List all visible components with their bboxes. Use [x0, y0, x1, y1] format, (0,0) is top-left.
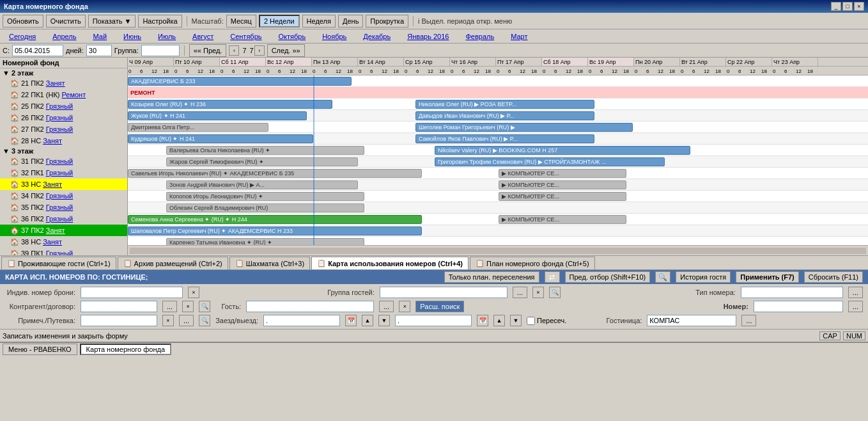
maximize-btn[interactable]: □ — [842, 2, 853, 11]
scale-scroll-btn[interactable]: Прокрутка — [366, 15, 408, 28]
transfer-icon-btn[interactable]: ⇄ — [545, 271, 560, 283]
group-clear-btn[interactable]: × — [532, 287, 544, 298]
guest-dots-btn[interactable]: ... — [379, 301, 394, 312]
month-may[interactable]: Май — [87, 32, 114, 41]
departure-dn-btn[interactable]: ▼ — [510, 315, 522, 326]
taskbar-card-btn[interactable]: Карта номерного фонда — [80, 344, 171, 355]
departure-cal-btn[interactable]: 📅 — [477, 315, 488, 326]
month-dec[interactable]: Декабрь — [357, 32, 397, 41]
room-34[interactable]: 🏠 34 ПК2 Грязный — [0, 190, 127, 202]
month-jan16[interactable]: Январь 2016 — [401, 32, 455, 41]
num-input[interactable] — [754, 301, 843, 312]
gantt-bar[interactable]: Валерьева Ольга Николаевна (RU) ✦ — [166, 146, 364, 155]
month-mar[interactable]: Март — [504, 32, 534, 41]
room-31[interactable]: 🏠 31 ПК2 Грязный — [0, 155, 127, 167]
guest-clear-btn[interactable]: × — [399, 301, 410, 312]
minimize-btn[interactable]: _ — [831, 2, 841, 11]
show-btn[interactable]: Показать ▼ — [88, 15, 136, 28]
room-28[interactable]: 🏠 28 НС Занят — [0, 135, 127, 147]
room-21-status[interactable]: Занят — [46, 79, 65, 87]
gantt-bar[interactable]: Самойлов Яков Павлович (RU) ▶ Р... — [415, 134, 594, 143]
room-21[interactable]: 🏠 21 ПК2 Занят — [0, 77, 127, 89]
room-25[interactable]: 🏠 25 ПК2 Грязный — [0, 100, 127, 112]
num-dots-btn[interactable]: ... — [848, 301, 863, 312]
gantt-bar[interactable]: Кononов Игорь Леонидович (RU) ✦ — [166, 192, 364, 201]
month-jun[interactable]: Июнь — [117, 32, 148, 41]
room-32[interactable]: 🏠 32 ПК1 Грязный — [0, 167, 127, 179]
gantt-bar[interactable]: Шаповалов Петр Сергеевич (RU) ✦ АКАДЕМСЕ… — [128, 226, 422, 235]
gantt-bar[interactable]: Облезин Сергей Владимирович (RU) — [166, 203, 364, 212]
month-jul[interactable]: Июль — [151, 32, 182, 41]
h-scrollbar[interactable] — [128, 245, 868, 255]
gantt-rows-container[interactable]: АКАДЕМСЕРВИС Б 233РЕМОНТКозырев Олег (RU… — [128, 75, 868, 245]
gantt-bar[interactable]: Nikolaev Valery (RU) ▶ BOOKING.COM H 257 — [435, 146, 690, 155]
prim-input[interactable] — [81, 315, 157, 326]
ind-input[interactable] — [81, 287, 183, 298]
date-from-input[interactable] — [12, 45, 63, 56]
tab-archive[interactable]: 📋 Архив размещений (Ctrl+2) — [118, 257, 228, 269]
gantt-bar[interactable]: ▶ КОМПЬЮТЕР СЕ... — [499, 180, 626, 189]
guest-input[interactable] — [246, 301, 374, 312]
kontragent-search-btn[interactable]: 🔍 — [199, 301, 210, 312]
room-38[interactable]: 🏠 38 НС Занят — [0, 236, 127, 248]
arrival-cal-btn[interactable]: 📅 — [345, 315, 357, 326]
month-nov[interactable]: Ноябрь — [316, 32, 353, 41]
room-35[interactable]: 🏠 35 ПК2 Грязный — [0, 202, 127, 213]
nav-next-btn[interactable]: След. »» — [267, 44, 305, 57]
room-31-status[interactable]: Грязный — [46, 157, 73, 165]
gantt-bar[interactable]: Кудряшов (RU) ✦ H 241 — [128, 134, 313, 143]
nav-page-next-btn[interactable]: › — [254, 45, 265, 56]
gantt-bar[interactable]: Давыдов Иван Иванович (RU) ▶ Р... — [415, 111, 594, 120]
prev-filter-btn[interactable]: Пред. отбор (Shift+F10) — [565, 271, 651, 283]
floor-2-header[interactable]: ▼ 2 этаж — [0, 68, 127, 77]
prim-search-btn[interactable]: 🔍 — [199, 315, 210, 326]
gantt-bar[interactable]: Зонов Андрей Иванович (RU) ▶ А... — [166, 180, 358, 189]
gantt-bar[interactable]: Савельев Игорь Николаевич (RU) ✦ АКАДЕМС… — [128, 169, 422, 178]
group-dots-btn[interactable]: ... — [513, 287, 527, 298]
settings-btn[interactable]: Настройка — [138, 15, 182, 28]
filter-icon-btn[interactable]: 🔍 — [655, 271, 670, 283]
history-btn[interactable]: История гостя — [676, 271, 731, 283]
room-26[interactable]: 🏠 26 ПК2 Грязный — [0, 112, 127, 123]
room-32-status[interactable]: Грязный — [46, 169, 73, 177]
cross-checkbox[interactable] — [527, 317, 535, 325]
scroll-track[interactable] — [130, 248, 866, 254]
kontragent-input[interactable] — [81, 301, 157, 312]
gantt-bar[interactable]: Карпенко Татьяна Ивановна ✦ (RU) ✦ — [166, 238, 364, 245]
room-33-status[interactable]: Занят — [43, 180, 62, 188]
room-28-status[interactable]: Занят — [43, 137, 62, 145]
kontragent-dots-btn[interactable]: ... — [162, 301, 177, 312]
type-dots-btn[interactable]: ... — [848, 287, 863, 298]
gantt-bar[interactable]: Жаров Сергей Тимофеевич (RU) ✦ — [166, 157, 358, 166]
gantt-bar[interactable]: Жуков (RU) ✦ H 241 — [128, 111, 307, 120]
gantt-bar[interactable]: Шеголев Роман Григорьевич (RU) ▶ — [415, 123, 633, 132]
gantt-bar[interactable]: ▶ КОМПЬЮТЕР СЕ... — [499, 192, 626, 201]
hotel-dots-btn[interactable]: ... — [741, 315, 756, 326]
clear-btn[interactable]: Очистить — [46, 15, 86, 28]
tab-room-card[interactable]: 📋 Карта использования номеров (Ctrl+4) — [311, 257, 469, 269]
room-27-status[interactable]: Грязный — [46, 125, 73, 133]
month-today[interactable]: Сегодня — [3, 32, 42, 41]
scale-2weeks-btn[interactable]: 2 Недели — [259, 15, 300, 28]
gantt-bar[interactable]: ▶ КОМПЬЮТЕР СЕ... — [499, 215, 626, 224]
month-aug[interactable]: Август — [186, 32, 220, 41]
days-input[interactable] — [86, 45, 112, 56]
reset-btn[interactable]: Сбросить (F11) — [804, 271, 863, 283]
room-39-status[interactable]: Грязный — [46, 250, 73, 255]
scale-day-btn[interactable]: День — [338, 15, 363, 28]
prim-clear-btn[interactable]: × — [162, 315, 174, 326]
month-oct[interactable]: Октябрь — [272, 32, 313, 41]
gantt-bar[interactable]: АКАДЕМСЕРВИС Б 233 — [128, 77, 352, 86]
room-22-status[interactable]: Ремонт — [61, 91, 86, 99]
room-34-status[interactable]: Грязный — [46, 192, 73, 200]
nav-page-prev-btn[interactable]: ‹ — [229, 45, 239, 56]
type-input[interactable] — [741, 287, 843, 298]
month-feb[interactable]: Февраль — [459, 32, 500, 41]
arrival-up-btn[interactable]: ▲ — [362, 315, 373, 326]
room-27[interactable]: 🏠 27 ПК2 Грязный — [0, 123, 127, 135]
room-35-status[interactable]: Грязный — [46, 203, 73, 211]
apply-btn[interactable]: Применить (F7) — [736, 271, 798, 283]
nav-prev-btn[interactable]: «« Пред. — [189, 44, 227, 57]
room-36-status[interactable]: Грязный — [46, 215, 73, 223]
refresh-btn[interactable]: Обновить — [3, 15, 43, 28]
